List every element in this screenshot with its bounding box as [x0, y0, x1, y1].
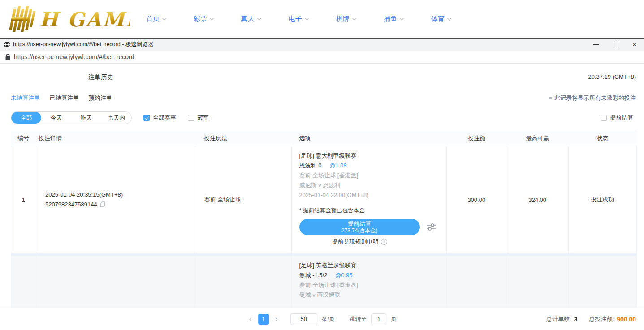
pagination: ‹ 1 › 条/页 跳转至 页 [247, 313, 397, 325]
browser-tab-title[interactable]: https://user-pc-new.jylywl.com/#/bet_rec… [13, 41, 153, 48]
page-titlebar: 注单历史 20:37:19 (GMT+8) [0, 64, 644, 89]
all-events-checkbox[interactable] [143, 115, 150, 121]
page-footer: ‹ 1 › 条/页 跳转至 页 总计单数: 3 总投注额: 900.00 [0, 308, 644, 330]
col-stake: 投注额 [447, 134, 506, 142]
cashout-slider-icon[interactable] [426, 223, 437, 231]
info-icon[interactable]: i [381, 239, 387, 245]
nav-label: 体育 [431, 15, 445, 23]
address-url[interactable]: https://user-pc-new.jylywl.com/#/bet_rec… [14, 53, 134, 60]
minimize-button[interactable] [593, 44, 599, 45]
row-stake: 300.00 [447, 146, 506, 253]
col-option: 选项 [291, 134, 447, 142]
early-settlement-checkbox-group[interactable]: 提前结算 [601, 114, 633, 122]
prev-page-button[interactable]: ‹ [247, 314, 254, 324]
nav-label: 彩票 [194, 15, 207, 23]
record-note: 此记录将显示所有未派彩的投注 [549, 94, 636, 102]
bet-id: 5207982347589144 [45, 201, 97, 208]
option-match-time: 2025-01-04 22:00(GMT+8) [299, 190, 447, 200]
row-play: 赛前 全场让球 [195, 146, 292, 253]
page-number-button[interactable]: 1 [258, 314, 269, 325]
nav-item-home[interactable]: 首页 [146, 15, 166, 23]
row-no: 1 [11, 146, 36, 253]
option-market: 赛前 全场让球 [香港盘] [299, 280, 447, 290]
row-details: 2025-01-04 20:35:15(GMT+8) 5207982347589… [36, 146, 195, 253]
all-events-checkbox-group[interactable]: 全部赛事 [143, 114, 176, 122]
total-stake-value: 900.00 [617, 316, 636, 323]
col-details: 投注详情 [36, 134, 195, 142]
nav-item-sports[interactable]: 体育 [431, 15, 451, 23]
chevron-down-icon [447, 16, 452, 21]
option-market: 赛前 全场让球 [香港盘] [299, 171, 447, 180]
nav-label: 棋牌 [336, 15, 350, 23]
option-league: [足球] 英格兰超级联赛 [299, 261, 447, 270]
page-title: 注单历史 [88, 73, 113, 81]
chevron-down-icon [305, 16, 309, 21]
total-stake: 总投注额: 900.00 [589, 315, 636, 323]
cashout-note: * 提前结算金额已包含本金 [299, 206, 447, 215]
page-clock: 20:37:19 (GMT+8) [588, 73, 636, 80]
maximize-button[interactable] [614, 43, 618, 47]
bet-record-page: 注单历史 20:37:19 (GMT+8) 未结算注单 已结算注单 预约注单 此… [0, 64, 644, 330]
lock-icon [5, 54, 10, 60]
table-row: 1 2025-01-04 20:35:15(GMT+8) 52079823475… [11, 146, 637, 253]
row-option: [足球] 意大利甲级联赛 恩波利 0 @1.08 赛前 全场让球 [香港盘] 威… [292, 146, 447, 253]
jump-to-label: 跳转至 [349, 315, 367, 323]
option-odds: @1.08 [329, 162, 347, 169]
tab-reserved[interactable]: 预约注单 [89, 94, 112, 102]
total-count: 总计单数: 3 [546, 315, 577, 323]
cashout-button-amount: 273.74(含本金) [341, 227, 378, 234]
col-play: 投注玩法 [195, 134, 291, 142]
site-logo[interactable]: H GAME [4, 5, 130, 33]
nav-item-cards[interactable]: 棋牌 [336, 15, 356, 23]
champion-label: 冠军 [197, 114, 209, 122]
option-selection: 曼城 -1.5/2 [299, 272, 328, 279]
nav-label: 真人 [241, 15, 255, 23]
chevron-down-icon [400, 16, 404, 21]
champion-checkbox-group[interactable]: 冠军 [188, 114, 209, 122]
range-today[interactable]: 今天 [41, 112, 71, 124]
nav-item-slots[interactable]: 电子 [289, 15, 308, 23]
chevron-down-icon [352, 16, 357, 21]
next-page-button[interactable]: › [273, 314, 280, 324]
page-unit-label: 页 [391, 315, 397, 323]
range-yesterday[interactable]: 昨天 [71, 112, 101, 124]
early-settlement-checkbox[interactable] [601, 115, 607, 121]
option-match: 曼城 v 西汉姆联 [299, 290, 447, 300]
option-selection: 恩波利 0 [299, 162, 322, 169]
chevron-down-icon [210, 16, 214, 21]
address-bar: https://user-pc-new.jylywl.com/#/bet_rec… [0, 51, 644, 64]
page-size-input[interactable] [290, 313, 317, 325]
champion-checkbox[interactable] [188, 115, 194, 121]
close-button[interactable]: × [632, 42, 637, 48]
nav-label: 首页 [146, 15, 160, 23]
col-status: 状态 [569, 134, 636, 142]
range-all[interactable]: 全部 [11, 112, 41, 124]
totals: 总计单数: 3 总投注额: 900.00 [546, 315, 636, 323]
total-stake-label: 总投注额: [589, 315, 614, 323]
logo-graphic: H GAME [4, 5, 130, 33]
range-7days[interactable]: 七天内 [101, 112, 131, 124]
total-count-value: 3 [574, 316, 578, 323]
chevron-down-icon [257, 16, 262, 21]
option-odds: @0.95 [335, 272, 353, 279]
cashout-button[interactable]: 提前结算 273.74(含本金) [299, 219, 420, 235]
nav-item-live[interactable]: 真人 [241, 15, 261, 23]
row-maxwin: 324.00 [506, 146, 569, 253]
jump-page-input[interactable] [371, 313, 386, 325]
early-settlement-label: 提前结算 [610, 114, 633, 122]
tab-unsettled[interactable]: 未结算注单 [11, 94, 40, 102]
all-events-label: 全部赛事 [153, 114, 176, 122]
copy-icon[interactable] [100, 201, 106, 207]
col-maxwin: 最高可赢 [506, 134, 569, 142]
tab-settled[interactable]: 已结算注单 [50, 94, 79, 102]
row-status: 投注成功 [569, 146, 636, 253]
nav-item-fishing[interactable]: 捕鱼 [384, 15, 403, 23]
cashout-button-title: 提前结算 [348, 220, 371, 227]
cashout-rule-link[interactable]: 提前兑现规则申明 [332, 238, 379, 246]
record-tabs: 未结算注单 已结算注单 预约注单 此记录将显示所有未派彩的投注 [0, 89, 644, 107]
nav-label: 电子 [289, 15, 302, 23]
nav-item-lottery[interactable]: 彩票 [194, 15, 213, 23]
bullet-icon [549, 97, 552, 99]
chevron-down-icon [162, 16, 167, 21]
table-header: 编号 投注详情 投注玩法 选项 投注额 最高可赢 状态 [11, 131, 637, 146]
